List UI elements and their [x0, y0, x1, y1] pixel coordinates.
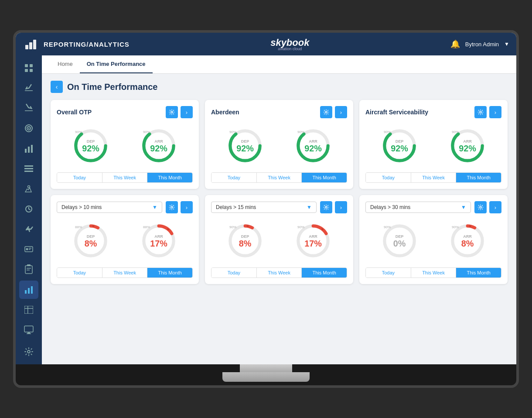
time-filters-aircraft: Today This Week This Month	[365, 172, 501, 183]
svg-rect-21	[29, 249, 31, 250]
arr-gauge-delays-30: ARR 8% 90%	[448, 221, 487, 260]
sidebar-item-grid[interactable]	[19, 59, 38, 77]
sidebar-item-arrival[interactable]	[19, 99, 38, 117]
sidebar-item-list[interactable]	[19, 160, 38, 178]
filter-today-5[interactable]: Today	[211, 268, 257, 278]
arr-gauge-delays-15: ARR 17% 90%	[293, 221, 333, 260]
next-btn-overall-otp[interactable]: ›	[181, 106, 193, 118]
filter-thisweek-2[interactable]: This Week	[257, 173, 302, 182]
svg-text:17%: 17%	[150, 239, 167, 248]
filter-today-4[interactable]: Today	[57, 268, 102, 278]
next-btn-aberdeen[interactable]: ›	[335, 106, 347, 118]
svg-rect-32	[24, 326, 33, 332]
dep-gauge-delays-30: DEP 0% 90%	[380, 221, 419, 260]
svg-text:90%: 90%	[297, 130, 304, 134]
sidebar-item-settings[interactable]	[19, 343, 38, 361]
dep-gauge-delays-15: DEP 8% 90%	[225, 221, 265, 260]
page-header: ‹ On Time Performance	[51, 81, 508, 93]
dropdown-delays-10[interactable]: Delays > 10 mins ▼	[57, 202, 162, 213]
svg-text:ARR: ARR	[154, 234, 163, 239]
sidebar-item-service[interactable]	[19, 180, 38, 198]
svg-rect-3	[25, 64, 28, 67]
svg-text:90%: 90%	[75, 130, 82, 134]
filter-thismonth-1[interactable]: This Month	[147, 173, 192, 182]
next-btn-aircraft[interactable]: ›	[489, 106, 501, 118]
svg-rect-24	[27, 268, 31, 269]
sidebar-item-analytics[interactable]	[19, 281, 38, 299]
dropdown-delays-30[interactable]: Delays > 30 mins ▼	[365, 202, 471, 213]
filter-thismonth-2[interactable]: This Month	[302, 173, 347, 182]
svg-text:88%: 88%	[143, 225, 150, 229]
dropdown-label-delays-15: Delays > 15 mins	[216, 204, 256, 210]
filter-thisweek-1[interactable]: This Week	[102, 173, 148, 182]
dropdown-delays-15[interactable]: Delays > 15 mins ▼	[211, 202, 317, 213]
svg-text:DEP: DEP	[241, 234, 249, 239]
app-title: REPORTING/ANALYTICS	[44, 41, 130, 48]
settings-btn-aberdeen[interactable]	[320, 106, 332, 118]
sidebar-item-table[interactable]	[19, 301, 38, 319]
sidebar-item-monitor[interactable]	[19, 321, 38, 339]
settings-btn-delays-15[interactable]	[320, 201, 332, 213]
filter-thismonth-5[interactable]: This Month	[302, 268, 347, 278]
svg-point-36	[171, 111, 173, 113]
tab-home[interactable]: Home	[51, 55, 80, 73]
back-button[interactable]: ‹	[51, 81, 63, 93]
sidebar-item-chart[interactable]	[19, 140, 38, 158]
filter-thisweek-6[interactable]: This Week	[411, 268, 457, 278]
gauges-row-aircraft: DEP 92% 90% ARR	[365, 123, 501, 169]
filter-thismonth-4[interactable]: This Month	[147, 268, 192, 278]
sidebar-item-id[interactable]	[19, 240, 38, 258]
tab-on-time-performance[interactable]: On Time Performance	[80, 55, 153, 73]
settings-btn-delays-30[interactable]	[474, 201, 487, 213]
dropdown-label-delays-30: Delays > 30 mins	[370, 204, 410, 210]
sidebar-item-small-plane[interactable]	[19, 220, 38, 238]
svg-text:17%: 17%	[304, 239, 322, 248]
svg-rect-34	[27, 333, 31, 334]
card-delays-30: Delays > 30 mins ▼ ›	[359, 195, 508, 284]
svg-rect-13	[24, 165, 33, 167]
settings-btn-aircraft[interactable]	[474, 106, 487, 118]
sidebar-item-orange[interactable]	[19, 200, 38, 218]
settings-btn-delays-10[interactable]	[166, 201, 178, 213]
time-filters-delays-10: Today This Week This Month	[57, 267, 193, 278]
dropdown-arrow-delays-10: ▼	[152, 204, 157, 210]
next-btn-delays-10[interactable]: ›	[181, 201, 193, 213]
svg-text:ARR: ARR	[463, 234, 472, 239]
filter-thisweek-3[interactable]: This Week	[411, 173, 457, 182]
cards-grid: Overall OTP ›	[51, 100, 508, 284]
svg-text:90%: 90%	[384, 130, 391, 134]
time-filters-delays-15: Today This Week This Month	[211, 267, 347, 278]
tabs-bar: Home On Time Performance	[42, 55, 516, 74]
sidebar-item-departure[interactable]	[19, 79, 38, 97]
filter-thisweek-5[interactable]: This Week	[257, 268, 302, 278]
svg-text:90%: 90%	[229, 225, 236, 229]
filter-thisweek-4[interactable]: This Week	[102, 268, 148, 278]
svg-rect-26	[25, 290, 27, 294]
sidebar-item-clipboard[interactable]	[19, 260, 38, 278]
svg-text:DEP: DEP	[87, 139, 95, 144]
filter-thismonth-3[interactable]: This Month	[456, 173, 501, 182]
svg-text:90%: 90%	[143, 130, 150, 134]
card-delays-15: Delays > 15 mins ▼ ›	[205, 195, 353, 284]
settings-btn-overall-otp[interactable]	[166, 106, 178, 118]
filter-thismonth-6[interactable]: This Month	[456, 268, 501, 278]
svg-text:90%: 90%	[452, 130, 459, 134]
gauges-row-delays-10: DEP 8% 88%	[57, 218, 193, 264]
user-menu-chevron[interactable]: ▼	[504, 41, 509, 47]
page-title: On Time Performance	[67, 82, 157, 92]
next-btn-delays-30[interactable]: ›	[489, 201, 501, 213]
svg-point-58	[480, 111, 481, 113]
notifications-icon[interactable]: 🔔	[450, 39, 460, 49]
svg-text:90%: 90%	[452, 225, 459, 229]
filter-today-3[interactable]: Today	[366, 173, 411, 182]
svg-point-16	[28, 185, 30, 188]
filter-today-2[interactable]: Today	[211, 173, 257, 182]
time-filters-overall-otp: Today This Week This Month	[57, 172, 193, 183]
card-title-overall-otp: Overall OTP	[57, 109, 92, 116]
logo-area: skybook aviation cloud	[130, 37, 450, 51]
filter-today-1[interactable]: Today	[57, 173, 102, 182]
arr-gauge-aberdeen: ARR 92% 90%	[293, 126, 333, 165]
sidebar-item-target[interactable]	[19, 119, 38, 137]
filter-today-6[interactable]: Today	[366, 268, 411, 278]
next-btn-delays-15[interactable]: ›	[335, 201, 347, 213]
